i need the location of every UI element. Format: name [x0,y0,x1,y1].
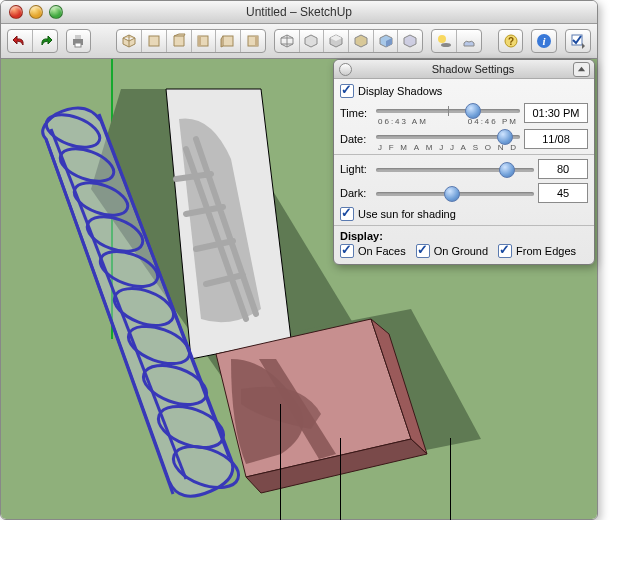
svg-point-10 [441,43,451,47]
time-max-label: 04:46 PM [468,117,518,126]
use-sun-label: Use sun for shading [358,208,456,220]
date-value-input[interactable]: 11/08 [524,129,588,149]
from-edges-checkbox[interactable] [498,244,512,258]
panel-close-button[interactable] [339,63,352,76]
svg-rect-3 [149,36,159,46]
display-shadows-checkbox[interactable] [340,84,354,98]
right-view-button[interactable] [192,30,217,52]
titlebar: Untitled – SketchUp [1,1,597,24]
display-shadows-label: Display Shadows [358,85,442,97]
date-slider[interactable]: JFMAMJJASOND [376,128,520,150]
svg-point-9 [438,35,446,43]
back-view-button[interactable] [216,30,241,52]
iso-view-button[interactable] [117,30,142,52]
xray-style-button[interactable] [398,30,422,52]
dark-slider[interactable] [376,185,534,201]
svg-rect-5 [198,36,201,46]
on-ground-label: On Ground [434,245,488,257]
light-slider[interactable] [376,161,534,177]
hidden-style-button[interactable] [300,30,325,52]
style-buttons-group [274,29,423,53]
help-button[interactable]: ? [498,29,524,53]
panel-title: Shadow Settings [432,63,515,75]
options-button[interactable] [565,29,591,53]
time-slider[interactable]: 06:43 AM 04:46 PM [376,102,520,124]
top-view-button[interactable] [142,30,167,52]
mono-style-button[interactable] [374,30,399,52]
light-value-input[interactable]: 80 [538,159,588,179]
shadow-toggle-button[interactable] [432,30,457,52]
zoom-window-button[interactable] [49,5,63,19]
toolbar: ? i [1,24,597,59]
front-view-button[interactable] [167,30,192,52]
shaded-style-button[interactable] [324,30,349,52]
shadow-settings-panel: Shadow Settings Display Shadows Time: 06… [333,59,595,265]
use-sun-checkbox[interactable] [340,207,354,221]
date-label: Date: [340,133,372,145]
callout-line [340,438,341,520]
close-window-button[interactable] [9,5,23,19]
textured-style-button[interactable] [349,30,374,52]
left-view-button[interactable] [241,30,265,52]
time-min-label: 06:43 AM [378,117,428,126]
display-section-label: Display: [340,230,588,242]
svg-rect-1 [75,35,81,39]
redo-button[interactable] [33,30,57,52]
panel-collapse-button[interactable] [573,62,590,77]
info-button[interactable]: i [531,29,557,53]
svg-rect-8 [255,36,258,46]
minimize-window-button[interactable] [29,5,43,19]
time-label: Time: [340,107,372,119]
svg-text:?: ? [507,36,513,47]
on-faces-label: On Faces [358,245,406,257]
svg-rect-6 [223,36,233,46]
callout-line [450,438,451,520]
svg-rect-2 [75,43,81,47]
undo-button[interactable] [8,30,33,52]
date-months-scale: JFMAMJJASOND [378,143,518,152]
print-button[interactable] [66,29,92,53]
dark-label: Dark: [340,187,372,199]
panel-titlebar[interactable]: Shadow Settings [334,60,594,79]
from-edges-label: From Edges [516,245,576,257]
time-value-input[interactable]: 01:30 PM [524,103,588,123]
on-ground-checkbox[interactable] [416,244,430,258]
view-buttons-group [116,29,265,53]
light-label: Light: [340,163,372,175]
fog-toggle-button[interactable] [457,30,481,52]
callout-line [280,404,281,520]
wireframe-style-button[interactable] [275,30,300,52]
dark-value-input[interactable]: 45 [538,183,588,203]
on-faces-checkbox[interactable] [340,244,354,258]
window-title: Untitled – SketchUp [246,5,352,19]
